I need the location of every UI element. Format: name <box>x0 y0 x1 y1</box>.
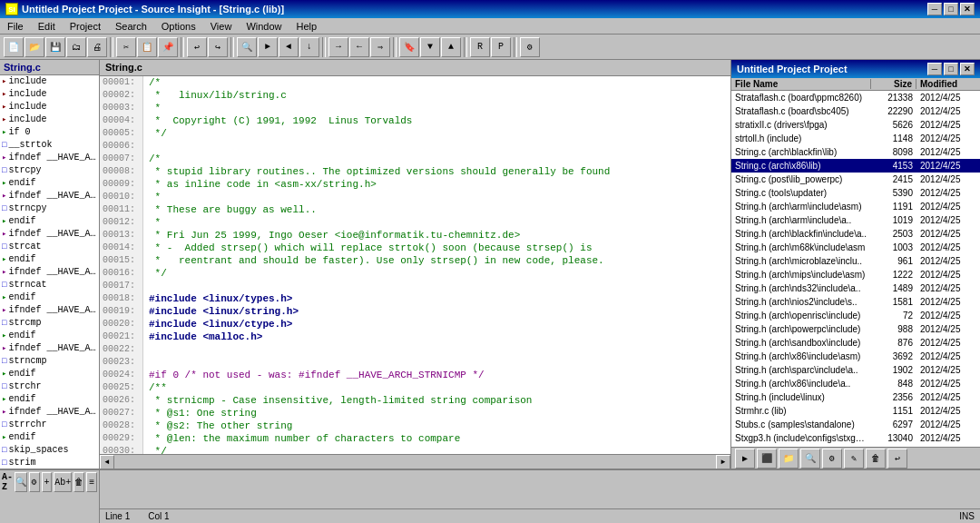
right-tool-5[interactable]: ⚙ <box>822 449 842 469</box>
symbol-list[interactable]: ▸include ▸include ▸include ▸include ▸if … <box>0 75 99 469</box>
right-maximize-button[interactable]: □ <box>944 63 958 75</box>
symbol-item[interactable]: ▸ifndef __HAVE_ARi <box>0 228 99 241</box>
symbol-item[interactable]: □strrchr <box>0 419 99 431</box>
az-delete-button[interactable]: 🗑 <box>74 472 84 492</box>
menu-window[interactable]: Window <box>242 20 285 33</box>
symbol-item[interactable]: ▸endif <box>0 215 99 228</box>
right-tool-4[interactable]: 🔍 <box>800 449 820 469</box>
minimize-button[interactable]: ─ <box>927 3 942 15</box>
search-button[interactable]: 🔍 <box>237 37 257 57</box>
project-file-item[interactable]: Strmhr.c (lib) 1151 2012/4/25 <box>731 404 980 418</box>
project-file-item[interactable]: stratixII.c (drivers\fpga) 5626 2012/4/2… <box>731 118 980 132</box>
copy-button[interactable]: 📋 <box>137 37 157 57</box>
project-file-item[interactable]: String.c (arch\blackfin\lib) 8098 2012/4… <box>731 145 980 159</box>
project-file-item[interactable]: String.h (arch\x86\include\asm) 3692 201… <box>731 350 980 363</box>
cut-button[interactable]: ✂ <box>116 37 136 57</box>
code-line[interactable]: 00006: <box>100 140 730 153</box>
project-file-item[interactable]: String.h (arch\openrisc\include) 72 2012… <box>731 309 980 322</box>
menu-edit[interactable]: Edit <box>34 20 59 33</box>
project-file-item[interactable]: String.h (arch\arm\include\a.. 1019 2012… <box>731 213 980 227</box>
horizontal-scrollbar[interactable]: ◄ ► <box>100 454 730 469</box>
open-button[interactable]: 📂 <box>24 37 44 57</box>
symbol-item[interactable]: ▸endif <box>0 291 99 304</box>
code-line[interactable]: 00005: */ <box>100 127 730 140</box>
code-line[interactable]: 00019:#include <linux/string.h> <box>100 305 730 318</box>
symbol-item[interactable]: □strncpy <box>0 202 99 215</box>
symbol-item[interactable]: ▸endif <box>0 330 99 342</box>
print-button[interactable]: 🖨 <box>87 37 107 57</box>
ref-button[interactable]: R <box>470 37 490 57</box>
symbol-item[interactable]: □strcat <box>0 241 99 253</box>
code-line[interactable]: 00025:/** <box>100 381 730 394</box>
code-line[interactable]: 00009: * as inline code in <asm-xx/strin… <box>100 178 730 191</box>
az-add-button[interactable]: + <box>42 472 53 492</box>
undo-button[interactable]: ↩ <box>187 37 207 57</box>
code-line[interactable]: 00023: <box>100 356 730 369</box>
right-tool-2[interactable]: ⬛ <box>757 449 777 469</box>
title-bar-buttons[interactable]: ─ □ ✕ <box>927 3 975 15</box>
symbol-item[interactable]: □strcpy <box>0 164 99 177</box>
code-line[interactable]: 00022: <box>100 343 730 356</box>
symbol-item[interactable]: ▸ifndef __HAVE_ARi <box>0 304 99 317</box>
symbol-item[interactable]: ▸include <box>0 75 99 88</box>
menu-options[interactable]: Options <box>158 20 200 33</box>
close-button[interactable]: ✕ <box>960 3 975 15</box>
symbol-item[interactable]: □strcmp <box>0 317 99 330</box>
right-tool-1[interactable]: ▶ <box>735 449 755 469</box>
goto-line-button[interactable]: ↓ <box>299 37 319 57</box>
prev-bookmark-button[interactable]: ▲ <box>441 37 461 57</box>
code-line[interactable]: 00030: */ <box>100 445 730 454</box>
bookmark-button[interactable]: 🔖 <box>399 37 419 57</box>
project-file-item[interactable]: String.h (arch\nds32\include\a.. 1489 20… <box>731 281 980 295</box>
code-line[interactable]: 00007:/* <box>100 153 730 165</box>
symbol-item[interactable]: □strim <box>0 457 99 469</box>
menu-project[interactable]: Project <box>66 20 104 33</box>
menu-help[interactable]: Help <box>293 20 321 33</box>
symbol-item[interactable]: □strncmp <box>0 355 99 368</box>
code-line[interactable]: 00028: * @s2: The other string <box>100 419 730 432</box>
options-button[interactable]: ⚙ <box>520 37 540 57</box>
col-header-modified[interactable]: Modified <box>916 79 980 89</box>
col-header-name[interactable]: File Name <box>731 79 871 89</box>
project-file-item[interactable]: Stxgp3.h (include\configs\stxgp3) 13040 … <box>731 431 980 445</box>
code-line[interactable]: 00010: * <box>100 191 730 203</box>
project-file-item[interactable]: String.c (post\lib_powerpc) 2415 2012/4/… <box>731 173 980 186</box>
project-file-list[interactable]: Strataflash.c (board\ppmc8260) 21338 201… <box>731 91 980 447</box>
project-file-item[interactable]: String.h (arch\microblaze\inclu.. 961 20… <box>731 254 980 268</box>
code-scroll-wrapper[interactable]: 00001:/*00002: * linux/lib/string.c00003… <box>100 76 730 454</box>
right-tool-8[interactable]: ↩ <box>887 449 907 469</box>
paste-button[interactable]: 📌 <box>158 37 178 57</box>
symbol-item[interactable]: ▸include <box>0 113 99 126</box>
symbol-item[interactable]: ▸endif <box>0 177 99 190</box>
project-file-item[interactable]: String.h (arch\blackfin\include\a.. 2503… <box>731 227 980 241</box>
code-line[interactable]: 00020:#include <linux/ctype.h> <box>100 318 730 331</box>
code-line[interactable]: 00001:/* <box>100 76 730 89</box>
symbol-item[interactable]: ▸include <box>0 101 99 113</box>
save-all-button[interactable]: 🗂 <box>66 37 86 57</box>
project-file-item[interactable]: Strataflash.c (board\ppmc8260) 21338 201… <box>731 91 980 104</box>
scroll-right-button[interactable]: ► <box>716 455 730 469</box>
symbol-item[interactable]: ▸endif <box>0 393 99 406</box>
code-line[interactable]: 00008: * stupid library routines.. The o… <box>100 165 730 178</box>
symbol-item[interactable]: □__strtok <box>0 139 99 152</box>
code-line[interactable]: 00024:#if 0 /* not used - was: #ifndef _… <box>100 369 730 381</box>
right-minimize-button[interactable]: ─ <box>927 63 942 75</box>
code-line[interactable]: 00004: * Copyright (C) 1991, 1992 Linus … <box>100 114 730 127</box>
symbol-item[interactable]: ▸endif <box>0 368 99 380</box>
new-file-button[interactable]: 📄 <box>4 37 24 57</box>
code-line[interactable]: 00016: */ <box>100 267 730 280</box>
az-extra-button[interactable]: ≡ <box>86 472 97 492</box>
symbol-item[interactable]: □skip_spaces <box>0 444 99 457</box>
right-panel-buttons[interactable]: ─ □ ✕ <box>927 63 975 75</box>
symbol-item[interactable]: ▸endif <box>0 253 99 266</box>
col-header-size[interactable]: Size <box>871 79 916 89</box>
project-file-item[interactable]: String.c (arch\x86\lib) 4153 2012/4/25 <box>731 159 980 173</box>
right-close-button[interactable]: ✕ <box>960 63 975 75</box>
menu-file[interactable]: File <box>4 20 27 33</box>
symbol-item[interactable]: □strncat <box>0 279 99 291</box>
project-file-item[interactable]: String.h (arch\sandbox\include) 876 2012… <box>731 336 980 350</box>
code-line[interactable]: 00026: * strnicmp - Case insensitive, le… <box>100 394 730 407</box>
symbol-item[interactable]: ▸endif <box>0 431 99 444</box>
code-line[interactable]: 00029: * @len: the maximum number of cha… <box>100 432 730 445</box>
symbol-item[interactable]: ▸ifndef __HAVE_ARi <box>0 342 99 355</box>
